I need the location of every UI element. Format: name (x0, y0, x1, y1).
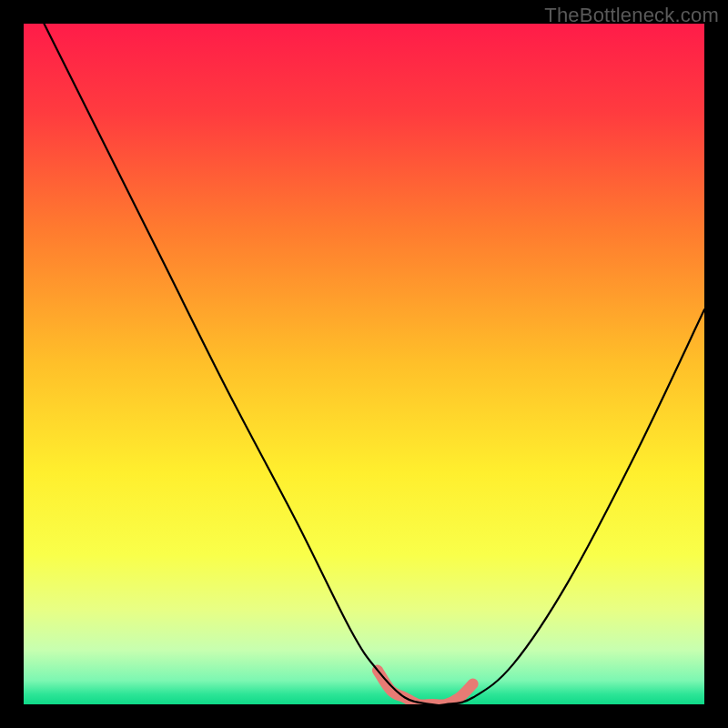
watermark-text: TheBottleneck.com (544, 4, 719, 27)
bottleneck-curve (44, 24, 704, 704)
curve-layer (24, 24, 704, 704)
chart-frame: TheBottleneck.com (0, 0, 728, 728)
plot-area (24, 24, 704, 704)
